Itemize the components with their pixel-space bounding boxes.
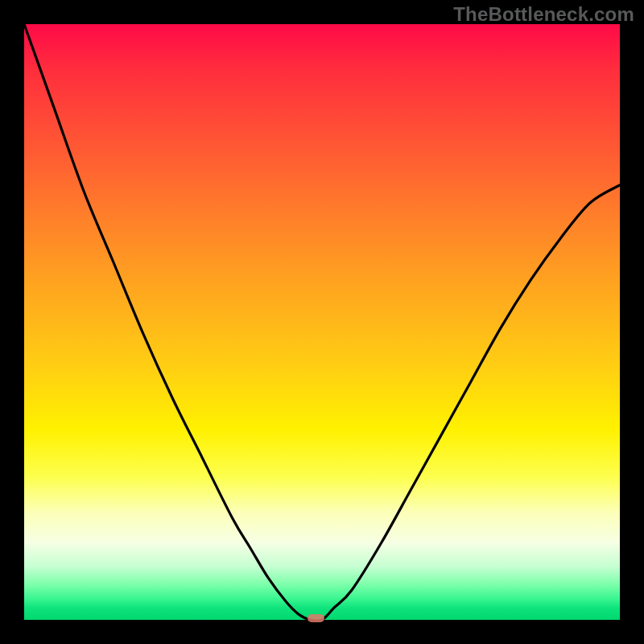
plot-area: [24, 24, 620, 620]
optimal-marker: [308, 614, 324, 622]
bottleneck-curve: [24, 24, 620, 620]
watermark-text: TheBottleneck.com: [453, 3, 634, 26]
chart-frame: TheBottleneck.com: [0, 0, 644, 644]
